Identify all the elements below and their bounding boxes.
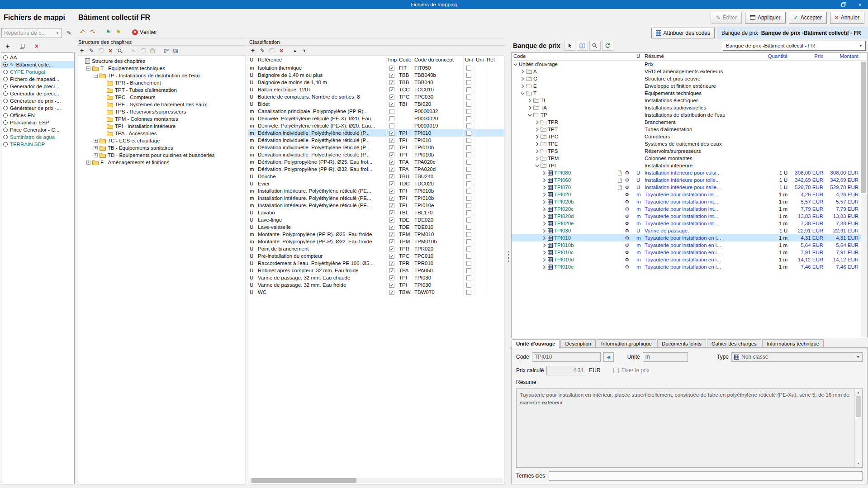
import-checkbox[interactable]: ✓ [389, 131, 394, 136]
uni-checkbox[interactable] [466, 246, 471, 251]
chapter-tree-row[interactable]: −T - Équipements techniques [78, 65, 245, 72]
chevron-right-icon[interactable] [535, 142, 539, 146]
uni-checkbox[interactable] [466, 225, 471, 230]
chevron-right-icon[interactable] [542, 222, 546, 226]
edit-classification-button[interactable]: ✎ [258, 46, 267, 55]
tab-description[interactable]: Description [560, 339, 596, 347]
classification-row[interactable]: m Dénivelé. Polyéthylène réticulé (PE-X)… [248, 122, 504, 129]
classification-row[interactable]: U Bidet ✓ TBI TBI020 [248, 100, 504, 108]
open-bank-button[interactable] [577, 41, 588, 51]
import-checkbox[interactable]: ✓ [389, 275, 394, 280]
chapter-tree-row[interactable]: +TD - Équipements pour cuisines et buand… [78, 152, 245, 159]
import-checkbox[interactable]: ✓ [389, 80, 394, 85]
chevron-right-icon[interactable] [542, 178, 546, 182]
chevron-down-icon[interactable] [513, 62, 517, 66]
import-checkbox[interactable] [389, 116, 394, 121]
import-checkbox[interactable]: ✓ [389, 239, 394, 244]
edit-button[interactable]: ✎Éditer [711, 12, 741, 24]
chevron-right-icon[interactable] [542, 207, 546, 211]
price-bank-row[interactable]: TPI020c ⚙ m Tuyauterie pour installation… [512, 205, 867, 213]
copy-button[interactable] [138, 46, 147, 55]
price-bank-row[interactable]: TPR Branchement [512, 118, 867, 126]
move-up-button[interactable]: ▲ [290, 46, 299, 55]
classification-row[interactable]: m Dérivation individuelle. Polyéthylène … [248, 129, 504, 137]
column-header-u[interactable]: U [248, 56, 256, 64]
import-checkbox[interactable]: ✓ [389, 196, 394, 201]
assign-codes-button[interactable]: Attribuer des codes [651, 28, 715, 38]
collapse-icon[interactable]: − [86, 66, 90, 71]
chevron-right-icon[interactable] [535, 149, 539, 153]
chevron-down-icon[interactable] [521, 91, 525, 95]
price-bank-select[interactable]: Banque de prix -Bâtiment collectif - FR … [723, 41, 866, 51]
uni-checkbox[interactable] [466, 254, 471, 259]
uni-checkbox[interactable] [466, 145, 471, 150]
chevron-right-icon[interactable] [535, 128, 539, 132]
chevron-right-icon[interactable] [542, 171, 546, 175]
column-header-quantite[interactable]: Quantité [755, 53, 789, 60]
uni-checkbox[interactable] [466, 80, 471, 85]
classification-row[interactable]: m Installation intérieure. Polyéthylène … [248, 187, 504, 194]
expand-icon[interactable]: + [86, 161, 90, 165]
classification-row[interactable]: U Lavabo ✓ TBL TBL170 [248, 209, 504, 216]
chevron-right-icon[interactable] [542, 214, 546, 218]
uni-checkbox[interactable] [466, 232, 471, 237]
summary-scrollbar[interactable]: ▲ ▼ [854, 389, 862, 467]
chevron-right-icon[interactable] [542, 265, 546, 269]
refresh-button[interactable] [602, 41, 613, 51]
mapping-file-item[interactable]: Générateur de prix -... [1, 97, 74, 104]
calculated-price-field[interactable]: 4.31 [546, 366, 586, 375]
classification-row[interactable]: m Montante. Polypropylène (PP-R). Ø25. E… [248, 231, 504, 238]
chevron-right-icon[interactable] [542, 258, 546, 262]
chevron-right-icon[interactable] [542, 236, 546, 240]
price-bank-row[interactable]: A VRD et aménagements extérieurs [512, 68, 867, 75]
mapping-file-item[interactable]: ✎ Bâtiment colle... [1, 61, 74, 68]
tab-cahier-des-charges[interactable]: Cahier des charges [707, 339, 761, 347]
classification-row[interactable]: m Installation intérieure. Polyéthylène … [248, 194, 504, 202]
chapter-tree-row[interactable]: TPT - Tubes d'alimentation [78, 86, 245, 94]
chevron-down-icon[interactable] [528, 113, 532, 117]
chapter-tree-row[interactable]: TPC - Compteurs [78, 94, 245, 101]
import-checkbox[interactable]: ✓ [389, 203, 394, 208]
classification-row[interactable]: U Batterie de compteurs. Nombre de sorti… [248, 93, 504, 100]
uni-checkbox[interactable] [466, 181, 471, 186]
price-bank-row[interactable]: TPM Colonnes montantes [512, 155, 867, 162]
classification-row[interactable]: U WC ✓ TBW TBW070 [248, 289, 504, 296]
price-bank-row[interactable]: TPI010 ⚙ m Tuyauterie pour installation … [512, 234, 867, 242]
import-checkbox[interactable]: ✓ [389, 246, 394, 251]
classification-row[interactable]: U Baignoire de moins de 1,40 m ✓ TBB TBB… [248, 79, 504, 86]
radio-icon[interactable] [3, 99, 8, 103]
chapter-tree-row[interactable]: +TC - ECS et chauffage [78, 137, 245, 144]
uni-checkbox[interactable] [466, 268, 471, 273]
uni-checkbox[interactable] [466, 290, 471, 295]
import-checkbox[interactable]: ✓ [389, 174, 394, 179]
undo-button[interactable]: ↶ [78, 28, 87, 37]
scrollbar-thumb[interactable] [251, 478, 356, 483]
price-bank-row[interactable]: TPI060 ⚙ U Installation intérieure pour … [512, 176, 867, 184]
uni-checkbox[interactable] [466, 275, 471, 280]
import-checkbox[interactable]: ✓ [389, 189, 394, 194]
uni-checkbox[interactable] [466, 239, 471, 244]
radio-icon[interactable] [3, 106, 8, 110]
price-bank-row[interactable]: TPI010e ⚙ m Tuyauterie pour installation… [512, 263, 867, 270]
uni-checkbox[interactable] [466, 116, 471, 121]
radio-icon[interactable] [3, 62, 8, 67]
price-bank-row[interactable]: TPT Tubes d'alimentation [512, 126, 867, 133]
radio-icon[interactable] [3, 120, 8, 125]
uni-checkbox[interactable] [466, 138, 471, 143]
import-checkbox[interactable]: ✓ [389, 261, 394, 266]
classification-row[interactable]: m Dénivelé. Polyéthylène réticulé (PE-X)… [248, 115, 504, 122]
classification-row[interactable]: m Dérivation individuelle. Polyéthylène … [248, 144, 504, 151]
edit-chapter-button[interactable]: ✎ [87, 46, 96, 55]
import-checkbox[interactable]: ✓ [389, 181, 394, 186]
uni-checkbox[interactable] [466, 123, 471, 128]
price-bank-row[interactable]: TPI070 ⚙ U Installation intérieure pour … [512, 184, 867, 191]
uni-checkbox[interactable] [466, 102, 471, 107]
mapping-file-item[interactable]: Suministro de agua [1, 133, 74, 141]
uni-checkbox[interactable] [466, 109, 471, 114]
import-checkbox[interactable]: ✓ [389, 268, 394, 273]
classification-row[interactable]: m Montante. Polypropylène (PP-R). Ø32. E… [248, 238, 504, 245]
import-checkbox[interactable]: ✓ [389, 102, 394, 107]
search-bank-button[interactable] [589, 41, 601, 51]
chapter-tree-row[interactable]: TPS - Réservoirs/surpresseurs [78, 108, 245, 115]
price-bank-row[interactable]: TPI020b ⚙ m Tuyauterie pour installation… [512, 198, 867, 205]
